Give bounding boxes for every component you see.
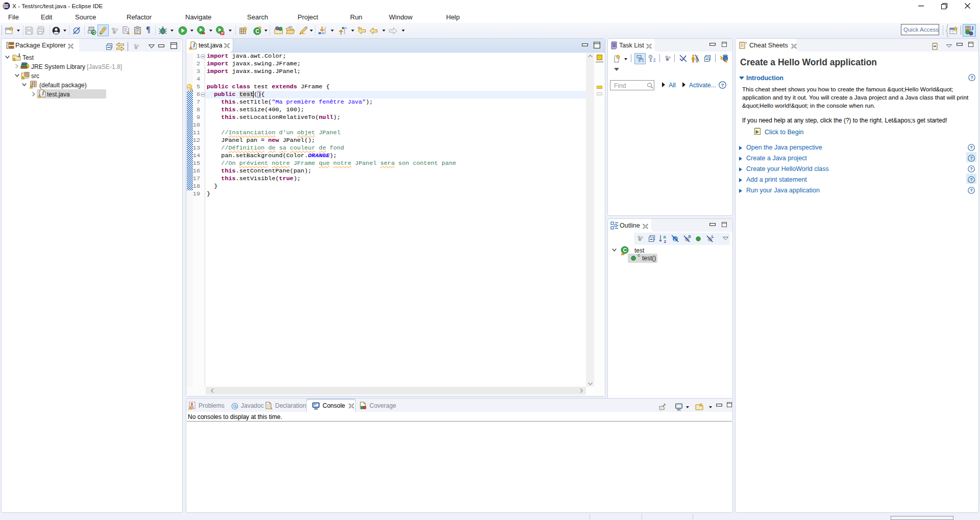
svg-text:?: ? [721, 82, 724, 88]
svg-text:J: J [18, 53, 20, 58]
svg-text:?: ? [970, 177, 972, 182]
svg-text:S: S [688, 234, 691, 239]
svg-text:!: ! [622, 252, 623, 255]
svg-text:!: ! [39, 94, 40, 97]
svg-text:?: ? [970, 166, 972, 171]
svg-text:!: ! [31, 85, 32, 88]
svg-text:?: ? [970, 145, 972, 150]
svg-text:!: ! [22, 76, 23, 79]
svg-text:?: ? [970, 75, 973, 80]
svg-text:z: z [664, 239, 667, 244]
svg-text:L: L [712, 234, 714, 239]
svg-text:C: C [623, 247, 627, 253]
svg-text:J: J [971, 26, 974, 31]
svg-text:?: ? [970, 188, 972, 193]
svg-text:J: J [192, 43, 195, 48]
svg-text:?: ? [970, 156, 972, 161]
svg-text:J: J [41, 91, 44, 96]
svg-text:!: ! [14, 58, 15, 61]
svg-text:!: ! [190, 46, 191, 49]
